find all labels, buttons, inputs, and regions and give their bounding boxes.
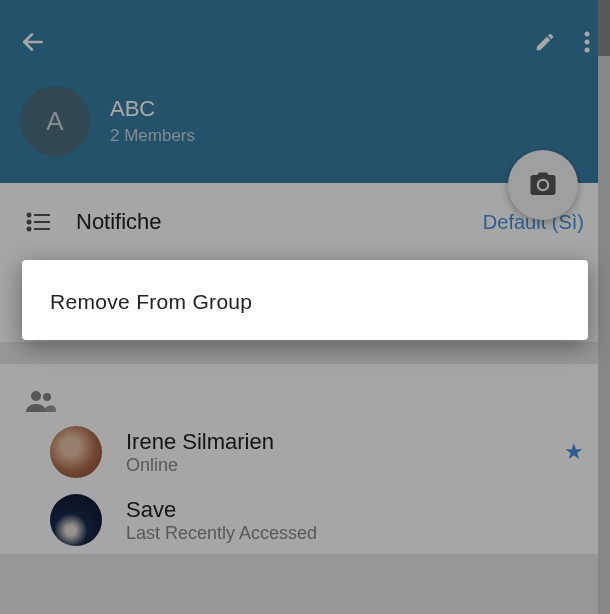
pencil-icon (534, 31, 556, 53)
member-row[interactable]: Irene Silmarien Online ★ (50, 418, 610, 486)
group-members-count: 2 Members (110, 126, 195, 146)
group-info: A ABC 2 Members (0, 66, 610, 156)
top-bar (0, 18, 610, 66)
more-vertical-icon (584, 31, 590, 53)
edit-button[interactable] (534, 31, 556, 53)
camera-icon (528, 170, 558, 200)
section-divider (0, 342, 610, 364)
camera-fab[interactable] (508, 150, 578, 220)
member-status: Last Recently Accessed (126, 523, 584, 544)
svg-point-6 (28, 221, 31, 224)
back-button[interactable] (20, 29, 46, 55)
group-avatar[interactable]: A (20, 86, 90, 156)
group-name: ABC (110, 96, 195, 122)
svg-point-3 (585, 48, 590, 53)
member-avatar (50, 494, 102, 546)
member-status: Online (126, 455, 540, 476)
scrollbar-thumb[interactable] (598, 0, 610, 56)
svg-point-8 (28, 228, 31, 231)
member-avatar (50, 426, 102, 478)
scrollbar[interactable] (598, 0, 610, 614)
member-name: Irene Silmarien (126, 429, 540, 455)
remove-from-group-option[interactable]: Remove From Group (50, 290, 560, 314)
svg-point-2 (585, 40, 590, 45)
svg-point-1 (585, 32, 590, 37)
people-icon (26, 390, 56, 412)
star-icon: ★ (564, 439, 584, 465)
members-section: Irene Silmarien Online ★ Save Last Recen… (0, 364, 610, 554)
svg-point-4 (28, 214, 31, 217)
svg-point-10 (31, 391, 41, 401)
svg-point-11 (43, 393, 51, 401)
notifications-label: Notifiche (76, 209, 483, 235)
context-menu: Remove From Group (22, 260, 588, 340)
list-icon (26, 212, 52, 232)
back-arrow-icon (20, 29, 46, 55)
member-name: Save (126, 497, 584, 523)
more-button[interactable] (584, 31, 590, 53)
member-row[interactable]: Save Last Recently Accessed (50, 486, 610, 554)
profile-header: A ABC 2 Members (0, 0, 610, 183)
